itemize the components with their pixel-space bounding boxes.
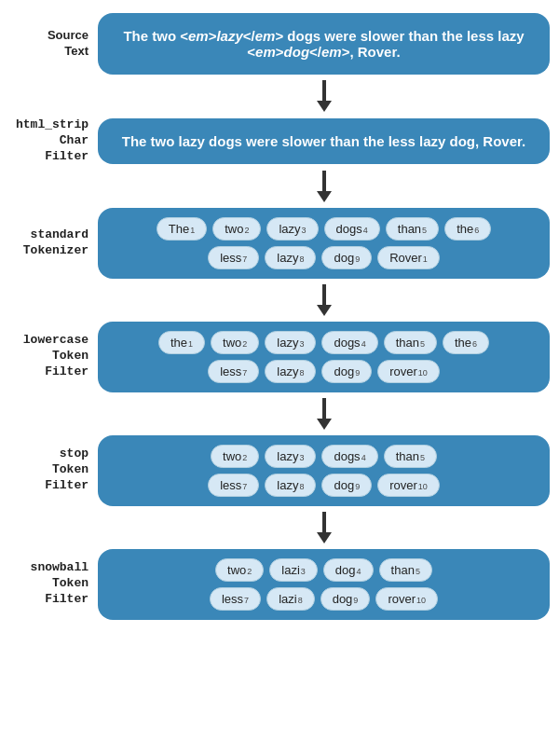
- token-lc-the6: the6: [443, 331, 489, 354]
- down-arrow-2: [317, 171, 332, 202]
- stage-htmlstrip-label: html_stripChar Filter: [9, 117, 98, 165]
- token-row-sb-1: two2 lazi3 dog4 than5: [215, 558, 432, 582]
- token-Rover1: Rover1: [377, 246, 440, 269]
- token-row-1: The1 two2 lazy3 dogs4 than5 the6: [157, 217, 491, 241]
- token-lc-two2: two2: [211, 331, 259, 354]
- token-stop-lazy3: lazy3: [265, 445, 316, 468]
- arrow-1: [0, 78, 559, 114]
- stage-stop-row: stopToken Filter two2 lazy3 dogs4 than5 …: [0, 432, 559, 510]
- token-row-2: less7 lazy8 dog9 Rover1: [208, 246, 440, 269]
- token-lc-rover10: rover10: [377, 360, 440, 383]
- arrow-head: [317, 101, 332, 112]
- arrow-shaft: [322, 284, 326, 305]
- arrow-shaft: [322, 512, 326, 532]
- token-stop-rover10: rover10: [377, 474, 440, 497]
- token-row-lc-2: less7 lazy8 dog9 rover10: [208, 360, 440, 383]
- token-stop-dog9: dog9: [321, 474, 372, 497]
- token-stop-than5: than5: [384, 445, 437, 468]
- token-less7: less7: [208, 246, 259, 269]
- token-lc-lazy3: lazy3: [265, 331, 316, 354]
- token-lc-than5: than5: [384, 331, 437, 354]
- stage-htmlstrip-row: html_stripChar Filter The two lazy dogs …: [0, 114, 559, 169]
- token-stop-dogs4: dogs4: [321, 445, 377, 468]
- down-arrow-3: [317, 284, 332, 316]
- arrow-5: [0, 510, 559, 545]
- stage-standard-label: standardTokenizer: [9, 227, 98, 259]
- token-two2: two2: [212, 217, 261, 241]
- token-stop-less7: less7: [208, 474, 259, 497]
- token-sb-than5: than5: [379, 558, 432, 582]
- stage-source-label: SourceText: [9, 28, 98, 60]
- arrow-shaft: [322, 171, 326, 191]
- stage-lowercase-row: lowercaseToken Filter the1 two2 lazy3 do…: [0, 318, 559, 396]
- token-sb-lazi3: lazi3: [269, 558, 318, 582]
- token-sb-rover10: rover10: [375, 587, 438, 611]
- arrow-3: [0, 282, 559, 318]
- htmlstrip-text-content: The two lazy dogs were slower than the l…: [122, 133, 525, 149]
- stage-stop-label: stopToken Filter: [9, 447, 98, 494]
- token-stop-two2: two2: [211, 445, 259, 468]
- stage-lowercase-box: the1 two2 lazy3 dogs4 than5 the6 less7 l…: [98, 322, 550, 392]
- token-lc-dog9: dog9: [321, 360, 372, 383]
- source-text-content: The two <em>lazy</em> dogs were slower t…: [116, 28, 531, 60]
- stage-standard-row: standardTokenizer The1 two2 lazy3 dogs4 …: [0, 204, 559, 282]
- arrow-head: [317, 305, 332, 316]
- token-than5: than5: [386, 217, 439, 241]
- arrow-shaft: [322, 80, 326, 101]
- token-lc-less7: less7: [208, 360, 259, 383]
- down-arrow-5: [317, 512, 332, 543]
- token-sb-dog4: dog4: [323, 558, 374, 582]
- arrow-head: [317, 532, 332, 543]
- token-sb-lazi8: lazi8: [266, 587, 315, 611]
- token-stop-lazy8: lazy8: [265, 474, 316, 497]
- token-row-stop-2: less7 lazy8 dog9 rover10: [208, 474, 440, 497]
- token-row-sb-2: less7 lazi8 dog9 rover10: [210, 587, 438, 611]
- token-dog9: dog9: [321, 246, 372, 269]
- token-row-lc-1: the1 two2 lazy3 dogs4 than5 the6: [158, 331, 489, 354]
- token-sb-two2: two2: [215, 558, 264, 582]
- stage-standard-box: The1 two2 lazy3 dogs4 than5 the6 less7 l…: [98, 208, 550, 279]
- arrow-head: [317, 419, 332, 430]
- token-lc-dogs4: dogs4: [321, 331, 377, 354]
- arrow-head: [317, 191, 332, 202]
- stage-snowball-box: two2 lazi3 dog4 than5 less7 lazi8 dog9 r…: [98, 549, 550, 620]
- arrow-shaft: [322, 398, 326, 419]
- stage-lowercase-label: lowercaseToken Filter: [9, 333, 98, 380]
- stage-source-box: The two <em>lazy</em> dogs were slower t…: [98, 13, 550, 75]
- stage-source-row: SourceText The two <em>lazy</em> dogs we…: [0, 9, 559, 78]
- token-the6: the6: [444, 217, 491, 241]
- token-row-stop-1: two2 lazy3 dogs4 than5: [211, 445, 437, 468]
- token-dogs4: dogs4: [324, 217, 380, 241]
- arrow-4: [0, 396, 559, 432]
- token-lc-the1: the1: [158, 331, 205, 354]
- stage-htmlstrip-box: The two lazy dogs were slower than the l…: [98, 118, 550, 164]
- token-lc-lazy8: lazy8: [265, 360, 316, 383]
- stage-snowball-label: snowballToken Filter: [9, 560, 98, 608]
- token-The1: The1: [157, 217, 207, 241]
- token-sb-dog9: dog9: [320, 587, 371, 611]
- down-arrow-1: [317, 80, 332, 112]
- token-lazy8: lazy8: [265, 246, 316, 269]
- token-sb-less7: less7: [210, 587, 261, 611]
- stage-stop-box: two2 lazy3 dogs4 than5 less7 lazy8 dog9 …: [98, 435, 550, 506]
- stage-snowball-row: snowballToken Filter two2 lazi3 dog4 tha…: [0, 545, 559, 624]
- down-arrow-4: [317, 398, 332, 430]
- token-lazy3: lazy3: [266, 217, 318, 241]
- arrow-2: [0, 169, 559, 204]
- pipeline: SourceText The two <em>lazy</em> dogs we…: [0, 9, 559, 624]
